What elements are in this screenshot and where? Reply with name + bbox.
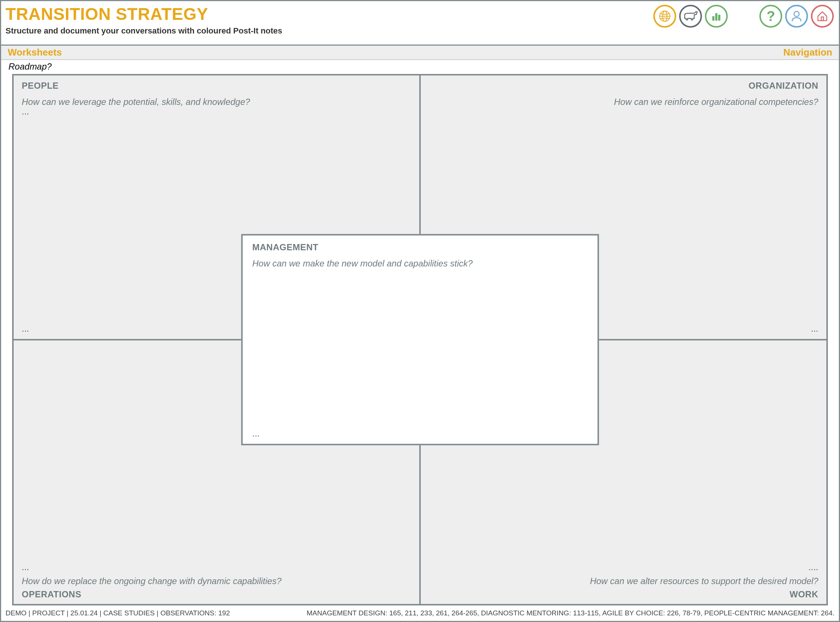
organization-heading: ORGANIZATION <box>429 81 818 91</box>
svg-rect-7 <box>821 17 823 21</box>
operations-dots-bottom: ... <box>22 562 29 572</box>
organization-dots-bottom: ... <box>811 323 818 334</box>
home-icon[interactable] <box>811 5 834 27</box>
globe-icon[interactable] <box>653 5 676 27</box>
question-mark-glyph: ? <box>766 9 775 23</box>
header-icon-row: ? <box>653 5 834 27</box>
organization-prompt: How can we reinforce organizational comp… <box>429 97 818 107</box>
header: TRANSITION STRATEGY Structure and docume… <box>1 1 839 44</box>
dog-icon[interactable] <box>679 5 702 27</box>
footer-left: DEMO | PROJECT | 25.01.24 | CASE STUDIES… <box>6 609 230 617</box>
quadrant-management[interactable]: MANAGEMENT How can we make the new model… <box>241 234 599 445</box>
people-prompt: How can we leverage the potential, skill… <box>22 97 411 107</box>
section-bar: Worksheets Navigation <box>1 44 839 60</box>
svg-rect-3 <box>712 16 715 21</box>
navigation-link[interactable]: Navigation <box>783 47 832 58</box>
svg-point-6 <box>794 11 799 17</box>
work-prompt: How can we alter resources to support th… <box>429 576 818 586</box>
person-icon[interactable] <box>785 5 808 27</box>
footer: DEMO | PROJECT | 25.01.24 | CASE STUDIES… <box>6 608 834 619</box>
operations-prompt: How do we replace the ongoing change wit… <box>22 576 411 586</box>
svg-rect-4 <box>715 13 717 21</box>
bar-chart-icon[interactable] <box>705 5 728 27</box>
people-dots-bottom: ... <box>22 323 29 334</box>
management-prompt: How can we make the new model and capabi… <box>252 258 588 269</box>
work-dots-bottom: .... <box>808 562 818 572</box>
worksheets-link[interactable]: Worksheets <box>8 47 62 58</box>
people-heading: PEOPLE <box>22 81 411 91</box>
management-dots-bottom: ... <box>252 428 259 439</box>
management-heading: MANAGEMENT <box>252 242 588 253</box>
operations-heading: OPERATIONS <box>22 589 411 599</box>
footer-right: MANAGEMENT DESIGN: 165, 211, 233, 261, 2… <box>306 609 834 617</box>
canvas: PEOPLE How can we leverage the potential… <box>12 74 828 605</box>
work-heading: WORK <box>429 589 818 599</box>
people-dots-top: ... <box>22 107 29 117</box>
roadmap-label: Roadmap? <box>1 60 839 73</box>
help-icon[interactable]: ? <box>759 5 782 27</box>
page-frame: TRANSITION STRATEGY Structure and docume… <box>0 0 840 622</box>
svg-rect-5 <box>718 15 720 21</box>
